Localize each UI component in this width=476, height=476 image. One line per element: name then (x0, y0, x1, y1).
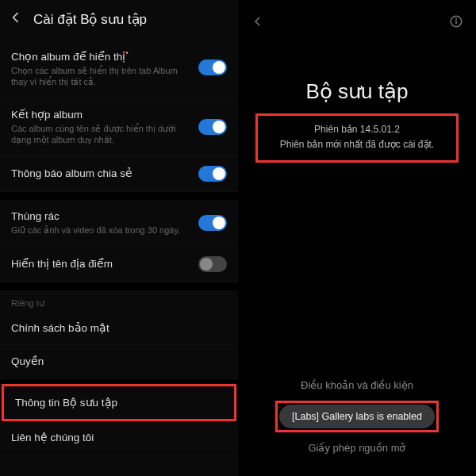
toggle-choose-albums[interactable] (198, 60, 227, 75)
labs-enabled-toast: [Labs] Gallery labs is enabled (279, 405, 435, 428)
setting-subtitle: Giữ các ảnh và video đã xóa trong 30 ngà… (11, 225, 190, 236)
highlight-about-row: Thông tin Bộ sưu tập (2, 384, 236, 422)
highlight-version-block: Phiên bản 14.5.01.2 Phiên bản mới nhất đ… (255, 113, 459, 163)
setting-label: Liên hệ chúng tôi (11, 431, 219, 445)
setting-location-names[interactable]: Hiển thị tên địa điểm (0, 247, 238, 282)
about-panel: Bộ sưu tập Phiên bản 14.5.01.2 Phiên bản… (238, 0, 476, 476)
toggle-trash[interactable] (198, 215, 227, 231)
setting-label: Quyền (11, 355, 219, 369)
info-icon[interactable] (449, 14, 463, 32)
setting-subtitle: Các album cùng tên sẽ được hiển thị dưới… (11, 123, 190, 146)
svg-point-2 (456, 18, 457, 19)
setting-about-gallery[interactable]: Thông tin Bộ sưu tập (4, 386, 234, 420)
privacy-section-label: Riêng tư (0, 290, 238, 312)
setting-label: Thông báo album chia sẻ (11, 167, 190, 181)
app-name: Bộ sưu tập (238, 79, 476, 104)
setting-merge-albums[interactable]: Kết hợp album Các album cùng tên sẽ được… (0, 98, 238, 156)
setting-label: Chọn album để hiển thị• (11, 48, 190, 63)
settings-header: Cài đặt Bộ sưu tập (0, 0, 238, 38)
setting-choose-albums[interactable]: Chọn album để hiển thị• Chọn các album s… (0, 38, 238, 98)
highlight-toast: [Labs] Gallery labs is enabled (275, 401, 439, 432)
setting-shared-notifications[interactable]: Thông báo album chia sẻ (0, 156, 238, 192)
link-open-source[interactable]: Giấy phép nguồn mở (238, 436, 476, 460)
about-header (238, 0, 476, 40)
about-bottom-links: Điều khoản và điều kiện [Labs] Gallery l… (238, 373, 476, 460)
setting-trash[interactable]: Thùng rác Giữ các ảnh và video đã xóa tr… (0, 200, 238, 247)
toggle-shared-notifications[interactable] (198, 166, 227, 182)
version-status: Phiên bản mới nhất đã được cài đặt. (263, 137, 451, 152)
setting-permissions[interactable]: Quyền (0, 345, 238, 379)
setting-label: Hiển thị tên địa điểm (11, 257, 190, 271)
setting-label: Kết hợp album (11, 108, 190, 122)
back-icon[interactable] (251, 14, 265, 32)
toggle-merge-albums[interactable] (198, 119, 227, 135)
toggle-location-names[interactable] (198, 256, 227, 272)
setting-label: Thông tin Bộ sưu tập (15, 396, 215, 410)
setting-privacy-policy[interactable]: Chính sách bảo mật (0, 312, 238, 346)
settings-panel: Cài đặt Bộ sưu tập Chọn album để hiển th… (0, 0, 238, 476)
setting-subtitle: Chọn các album sẽ hiển thị trên tab Albu… (11, 65, 190, 88)
settings-title: Cài đặt Bộ sưu tập (33, 11, 147, 28)
version-number: Phiên bản 14.5.01.2 (263, 122, 451, 137)
setting-label: Thùng rác (11, 209, 190, 224)
link-terms[interactable]: Điều khoản và điều kiện (238, 373, 476, 397)
setting-contact-us[interactable]: Liên hệ chúng tôi (0, 421, 238, 455)
setting-label: Chính sách bảo mật (11, 321, 219, 336)
back-icon[interactable] (8, 10, 24, 29)
